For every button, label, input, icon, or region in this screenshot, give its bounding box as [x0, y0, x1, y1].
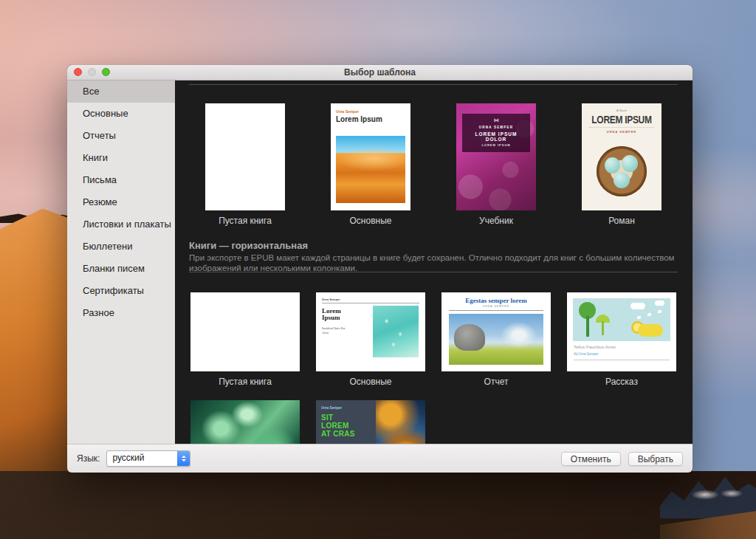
cover-rule: [589, 127, 654, 128]
template-label: Отчет: [433, 377, 559, 387]
template-blank-book-portrait[interactable]: [205, 103, 285, 210]
sidebar-item-resume[interactable]: Резюме: [67, 191, 175, 213]
ocean-photo: [373, 306, 419, 357]
template-label: Учебник: [433, 216, 559, 226]
section-divider: [189, 272, 678, 272]
cloud-icon: [630, 303, 645, 309]
cover-subtitle-text: Incident Quis Est Arcu: [322, 326, 347, 335]
template-label: Основные: [308, 377, 433, 387]
cover-title-text: LOREM IPSUM DOLOR: [464, 131, 529, 142]
cover-brand-text: URNA SEMPER: [582, 130, 662, 134]
sidebar-item-newsletters[interactable]: Бюллетени: [67, 236, 175, 258]
cover-title-text: Lorem Ipsum: [336, 115, 405, 123]
cover-title-text: Egestas semper lorem: [441, 297, 551, 304]
sidebar-item-flyers-posters[interactable]: Листовки и плакаты: [67, 213, 175, 236]
cover-brand-text: Urna Semper: [336, 109, 405, 114]
sidebar-item-books[interactable]: Книги: [67, 147, 175, 169]
cover-rule: [574, 360, 670, 360]
template-story[interactable]: Tellus Faucibus Amet Ad Urna Semper: [567, 292, 676, 371]
window-title: Выбор шаблона: [67, 65, 693, 80]
category-sidebar: Все Основные Отчеты Книги Письма Резюме …: [67, 80, 175, 444]
sidebar-item-stationery[interactable]: Бланки писем: [67, 258, 175, 280]
section-divider-top: [189, 84, 678, 85]
footer-buttons: Отменить Выбрать: [561, 452, 683, 466]
template-basic-portrait[interactable]: Urna Semper Lorem Ipsum: [331, 103, 410, 210]
footer-bar: Язык: русский Отменить Выбрать: [67, 444, 693, 473]
cover-subtitle-text: LOREM IPSUM: [464, 143, 529, 147]
template-novel[interactable]: A Novel LOREM IPSUM URNA SEMPER: [582, 103, 662, 210]
abstract-photo: [376, 400, 425, 444]
cover-brand-text: URNA SEMPER: [441, 305, 551, 308]
chevron-up-icon: [182, 456, 186, 458]
cover-link-text: Ad Urna Semper: [574, 352, 599, 356]
story-illustration: [573, 298, 670, 341]
cover-tagline-text: A Novel: [582, 109, 662, 112]
section-description: При экспорте в EPUB макет каждой страниц…: [189, 253, 685, 273]
language-label: Язык:: [77, 453, 100, 464]
desktop: Выбор шаблона Все Основные Отчеты Книги …: [0, 0, 756, 539]
template-grid: Urna Semper Lorem Ipsum ⋈ URNA SEMPER LO…: [175, 80, 693, 444]
language-popup-value: русский: [112, 451, 144, 465]
egg-shape: [614, 172, 630, 188]
template-label: Пустая книга: [182, 216, 308, 226]
language-popup[interactable]: русский: [106, 450, 190, 467]
template-chooser-window: Выбор шаблона Все Основные Отчеты Книги …: [67, 65, 693, 473]
butterfly-icon: [647, 313, 651, 316]
template-leaves[interactable]: [190, 400, 300, 444]
cover-brand-text: Urna Semper: [322, 298, 419, 301]
cancel-button[interactable]: Отменить: [561, 452, 621, 466]
sidebar-item-letters[interactable]: Письма: [67, 169, 175, 191]
cover-title-text: SIT LOREM AT CRAS: [321, 414, 355, 438]
butterfly-icon: [658, 310, 662, 313]
template-basic-landscape[interactable]: Urna Semper Lorem Ipsum Incident Quis Es…: [316, 292, 425, 371]
lion-body-shape: [638, 324, 663, 337]
choose-button[interactable]: Выбрать: [628, 452, 683, 466]
elephant-shape: [454, 324, 485, 351]
sidebar-item-misc[interactable]: Разное: [67, 302, 175, 324]
template-label: Рассказ: [559, 377, 684, 387]
cover-brand-text: Urna Semper: [321, 406, 376, 410]
egg-shape: [622, 155, 638, 172]
popup-stepper-icon: [177, 451, 190, 466]
cloud-icon: [655, 301, 664, 306]
section-title: Книги — горизонтальная: [189, 240, 308, 251]
template-label: Пустая книга: [182, 377, 308, 387]
window-body: Все Основные Отчеты Книги Письма Резюме …: [67, 80, 693, 444]
cover-panel: ⋈ URNA SEMPER LOREM IPSUM DOLOR LOREM IP…: [462, 114, 530, 152]
template-textbook[interactable]: ⋈ URNA SEMPER LOREM IPSUM DOLOR LOREM IP…: [456, 103, 536, 210]
template-label: Основные: [308, 216, 433, 226]
bowtie-ornament-icon: ⋈: [464, 117, 529, 123]
wallpaper-ground: [0, 471, 756, 539]
template-label: Роман: [559, 216, 684, 226]
cover-rule: [322, 303, 419, 303]
wallpaper-snow: [685, 489, 752, 501]
sidebar-item-all[interactable]: Все: [67, 80, 175, 103]
cover-title-text: Lorem Ipsum: [322, 308, 347, 322]
sidebar-item-certificates[interactable]: Сертификаты: [67, 280, 175, 302]
template-report[interactable]: Egestas semper lorem URNA SEMPER: [441, 292, 551, 371]
window-titlebar[interactable]: Выбор шаблона: [67, 65, 693, 80]
butterfly-icon: [637, 316, 641, 319]
cover-rule: [449, 310, 543, 311]
template-sit-lorem[interactable]: Urna Semper SIT LOREM AT CRAS: [316, 400, 425, 444]
tree-trunk-shape: [586, 316, 589, 337]
cover-brand-text: URNA SEMPER: [464, 126, 529, 129]
egg-shape: [605, 157, 620, 174]
elephant-photo: [449, 314, 543, 365]
cover-caption-text: Tellus Faucibus Amet: [574, 345, 616, 349]
dunes-photo: [336, 136, 405, 203]
sidebar-item-basic[interactable]: Основные: [67, 103, 175, 125]
cover-title-text: LOREM IPSUM: [591, 114, 651, 126]
bird-nest-photo: [597, 146, 647, 196]
chevron-down-icon: [182, 459, 186, 461]
template-blank-book-landscape[interactable]: [190, 292, 300, 371]
sidebar-item-reports[interactable]: Отчеты: [67, 125, 175, 147]
tree-trunk-shape: [602, 321, 604, 335]
cover-panel: Urna Semper SIT LOREM AT CRAS: [316, 400, 376, 444]
